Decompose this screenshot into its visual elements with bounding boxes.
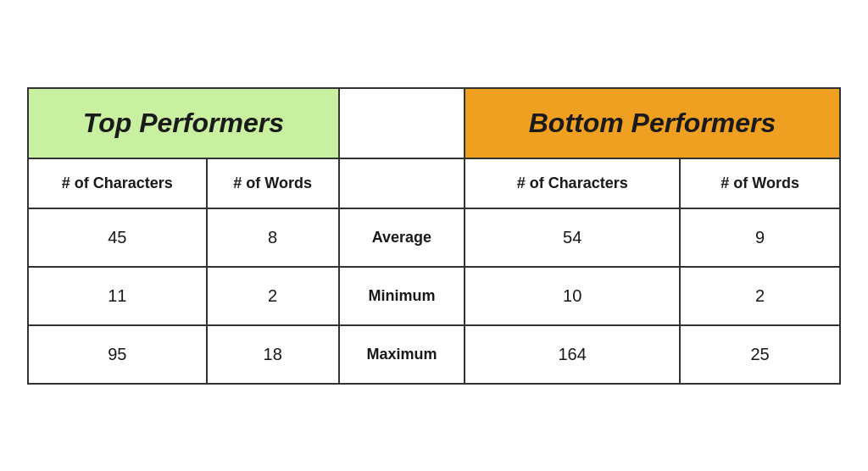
- top-chars-cell: 95: [28, 325, 207, 384]
- top-words-cell: 18: [207, 325, 339, 384]
- main-table-container: Top Performers Bottom Performers # of Ch…: [27, 87, 841, 385]
- metric-label-cell: Average: [339, 208, 465, 267]
- bottom-words-cell: 25: [680, 325, 840, 384]
- bottom-words-cell: 2: [680, 267, 840, 325]
- table-row: 458Average549: [28, 208, 840, 267]
- top-words-col-header: # of Words: [207, 158, 339, 208]
- bottom-performers-header: Bottom Performers: [465, 88, 840, 158]
- bottom-chars-col-header: # of Characters: [465, 158, 680, 208]
- metric-label-cell: Minimum: [339, 267, 465, 325]
- top-words-cell: 8: [207, 208, 339, 267]
- bottom-words-col-header: # of Words: [680, 158, 840, 208]
- metric-label-cell: Maximum: [339, 325, 465, 384]
- top-words-cell: 2: [207, 267, 339, 325]
- table-row: 112Minimum102: [28, 267, 840, 325]
- table-row: 9518Maximum16425: [28, 325, 840, 384]
- bottom-words-cell: 9: [680, 208, 840, 267]
- bottom-chars-cell: 164: [465, 325, 680, 384]
- performers-table: Top Performers Bottom Performers # of Ch…: [27, 87, 841, 385]
- top-chars-cell: 45: [28, 208, 207, 267]
- bottom-chars-cell: 10: [465, 267, 680, 325]
- top-chars-cell: 11: [28, 267, 207, 325]
- top-chars-col-header: # of Characters: [28, 158, 207, 208]
- middle-empty-header: [339, 88, 465, 158]
- bottom-chars-cell: 54: [465, 208, 680, 267]
- metric-col-header-empty: [339, 158, 465, 208]
- top-performers-header: Top Performers: [28, 88, 339, 158]
